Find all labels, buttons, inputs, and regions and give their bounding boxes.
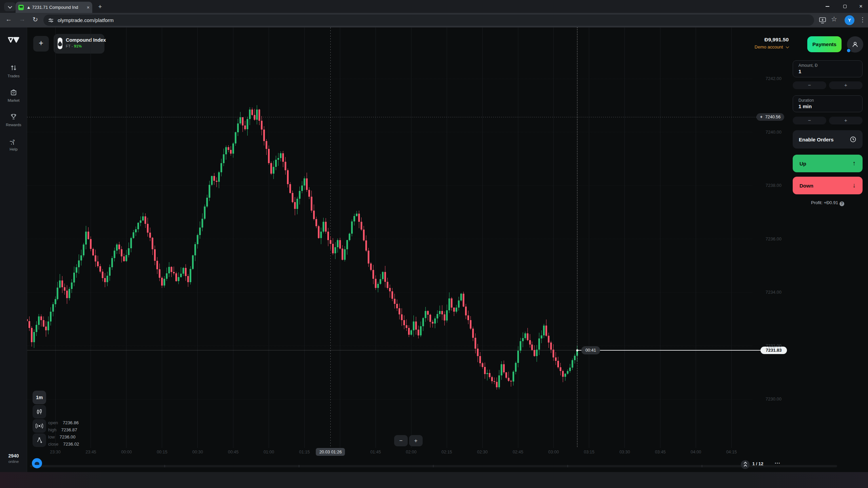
timeframe-button[interactable]: 1m [33,391,46,404]
candlestick-canvas [27,27,868,472]
arc-icon [35,462,39,465]
strike-price-value: 7240.56 [765,115,780,119]
zoom-in-button[interactable]: + [409,435,423,446]
time-axis-label: 02:30 [477,450,487,454]
time-axis-label: 03:30 [619,450,630,454]
trades-icon [10,64,17,72]
time-axis-label: 01:00 [264,450,274,454]
expiry-countdown: 00:41 [581,346,600,354]
trading-platform: Trades Market Rewards ? Help 2940 online… [0,27,868,472]
crosshair-time-tag: 20.03 01:26 [316,448,345,456]
price-axis-label: 7230.00 [756,396,782,402]
tab-search-button[interactable] [4,2,16,11]
help-icon: ? [10,137,17,145]
forward-button[interactable]: → [19,16,25,23]
time-axis-label: 02:45 [513,450,523,454]
chart-grid [27,27,753,448]
strike-price-tag[interactable]: + 7240.56 [756,113,784,121]
plus-icon: + [760,115,763,119]
price-axis-label: 7234.00 [756,290,782,295]
new-tab-button[interactable]: + [96,3,104,11]
ohlc-open-row: open7236.86 [48,420,79,425]
back-button[interactable]: ← [5,16,12,23]
time-axis-label: 00:00 [121,450,132,454]
olymptrade-logo [7,36,20,45]
zoom-out-button[interactable]: − [394,435,408,446]
screen: { "glyphs":{"plus":"+","minus":"−","clos… [0,0,868,488]
layouts-pager-button[interactable] [741,460,750,469]
site-favicon [18,5,24,10]
time-axis-label: 04:15 [726,450,737,454]
ohlc-low-row: low7236.00 [48,434,76,440]
price-axis-label: 7238.00 [756,183,782,188]
time-axis-label: 03:00 [548,450,559,454]
chart-type-button[interactable] [33,405,46,418]
chevron-up-icon [744,464,747,468]
market-icon [10,89,17,96]
time-axis-label: 23:45 [85,450,96,454]
browser-tab-strip: ▲ 7231.71 Compound Index | T × + × [0,0,868,13]
online-label: online [0,460,27,464]
compass-icon [36,437,42,443]
time-axis-label: 23:30 [50,450,60,454]
address-bar[interactable]: olymptrade.com/platform [43,15,814,26]
sidebar-label: Help [0,147,27,151]
time-axis-label: 00:30 [192,450,203,454]
minimize-icon [826,6,829,7]
chart-scrollbar[interactable] [30,465,837,467]
more-options-button[interactable]: ... [775,459,780,465]
time-axis-label: 01:15 [299,450,310,454]
price-axis-label: 7236.00 [756,236,782,241]
windows-taskbar: 2 28°C Berawan Y Y 3:10 AM 3/20/2026 [0,472,868,488]
time-axis-label: 00:15 [157,450,167,454]
candlestick-series [27,105,578,390]
live-signal-button[interactable] [33,419,46,433]
price-axis-label: 7232.00 [756,343,782,348]
reload-button[interactable]: ↻ [33,16,38,23]
price-axis-label: 7242.00 [756,76,782,81]
candlestick-icon [36,409,42,415]
price-axis-label: 7240.00 [756,130,782,135]
online-counter: 2940 online [0,453,27,464]
sidebar-item-market[interactable]: Market [0,89,27,102]
ohlc-close-row: close7236.02 [48,442,79,447]
rewards-icon [10,113,17,120]
time-axis-label: 00:45 [228,450,238,454]
window-minimize-button[interactable] [819,0,835,13]
url-text: olymptrade.com/platform [58,17,114,23]
sidebar-item-trades[interactable]: Trades [0,64,27,78]
bookmark-star-icon[interactable]: ☆ [831,15,837,23]
pager-count: 1 / 12 [752,461,764,466]
site-settings-icon[interactable] [48,18,54,23]
online-count: 2940 [0,453,27,458]
time-axis-label: 01:45 [370,450,381,454]
window-maximize-button[interactable] [837,0,853,13]
browser-tab[interactable]: ▲ 7231.71 Compound Index | T × [16,2,92,13]
sidebar-label: Market [0,98,27,102]
tab-title: ▲ 7231.71 Compound Index | T [26,5,78,10]
live-signal-icon [36,423,43,429]
time-axis-label: 03:45 [655,450,666,454]
time-axis-label: 02:00 [406,450,417,454]
price-chart[interactable]: + 7240.56 7231.83 00:41 20.03 01:26 1m o… [27,27,868,472]
sidebar: Trades Market Rewards ? Help 2940 online [0,27,27,472]
drawing-tools-button[interactable] [33,433,46,447]
sidebar-label: Rewards [0,123,27,127]
time-axis-label: 02:15 [442,450,452,454]
time-axis-label: 03:15 [584,450,594,454]
install-app-icon[interactable] [819,17,826,24]
ohlc-high-row: high7236.87 [48,427,77,432]
scroll-to-live-button[interactable] [32,458,42,468]
window-close-button[interactable]: × [853,0,868,13]
chevron-down-icon [8,4,12,8]
time-axis-label: 04:00 [691,450,701,454]
browser-profile-avatar[interactable]: Y [845,15,854,25]
maximize-icon [843,5,847,8]
sidebar-label: Trades [0,74,27,78]
sidebar-item-help[interactable]: ? Help [0,137,27,151]
sidebar-item-rewards[interactable]: Rewards [0,113,27,127]
svg-text:?: ? [13,139,15,143]
tab-close-icon[interactable]: × [87,5,90,10]
browser-menu-icon[interactable]: ⋮ [860,16,866,23]
